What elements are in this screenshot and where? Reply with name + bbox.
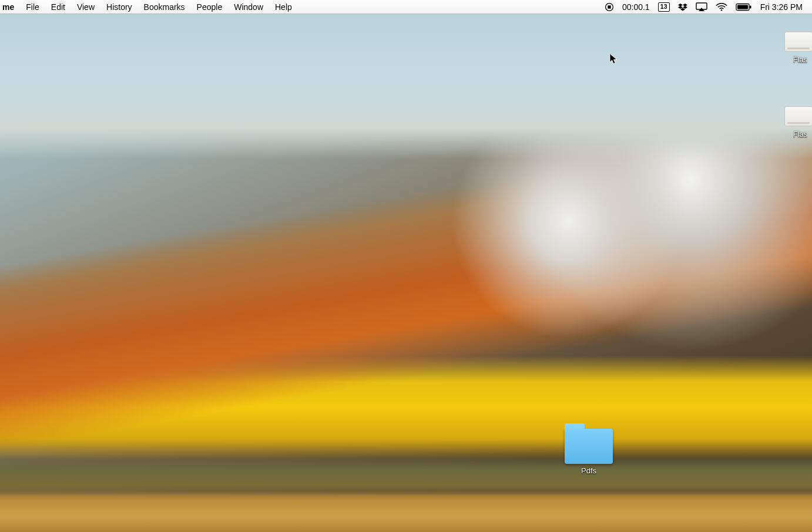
svg-rect-5	[737, 5, 748, 9]
recording-time: 00:00.1	[622, 2, 650, 12]
menu-history[interactable]: History	[100, 0, 138, 14]
battery-icon[interactable]	[736, 3, 752, 11]
folder-label: Pdfs	[581, 466, 596, 475]
svg-rect-1	[608, 5, 610, 8]
calendar-icon[interactable]: 13	[658, 2, 670, 12]
hard-drive-icon	[784, 106, 812, 126]
menu-window[interactable]: Window	[228, 0, 269, 14]
clock[interactable]: Fri 3:26 PM	[760, 2, 803, 12]
menu-help[interactable]: Help	[269, 0, 298, 14]
folder-icon	[565, 429, 613, 464]
menu-view[interactable]: View	[71, 0, 100, 14]
desktop[interactable]: Flas Flas Pdfs	[0, 14, 812, 532]
svg-point-3	[720, 9, 722, 11]
wifi-icon[interactable]	[716, 3, 727, 11]
drive-label: Flas	[793, 130, 808, 139]
menu-right: 00:00.1 13 Fri 3:26 PM	[605, 2, 812, 12]
menu-left: me File Edit View History Bookmarks Peop…	[0, 0, 298, 14]
app-menu[interactable]: me	[2, 0, 20, 14]
airplay-icon[interactable]	[696, 2, 707, 12]
menu-people[interactable]: People	[191, 0, 229, 14]
stop-record-icon[interactable]	[605, 2, 614, 12]
menu-edit[interactable]: Edit	[45, 0, 71, 14]
hard-drive-icon	[784, 32, 812, 52]
menu-bookmarks[interactable]: Bookmarks	[138, 0, 191, 14]
dropbox-icon[interactable]	[678, 2, 687, 12]
drive-item-2[interactable]: Flas	[771, 106, 812, 139]
mouse-cursor-icon	[609, 53, 619, 68]
drive-item-1[interactable]: Flas	[771, 32, 812, 64]
svg-rect-6	[750, 5, 751, 8]
drive-icon-column: Flas Flas	[771, 32, 812, 139]
menu-file[interactable]: File	[20, 0, 45, 14]
menu-bar: me File Edit View History Bookmarks Peop…	[0, 0, 812, 14]
drive-label: Flas	[793, 55, 808, 64]
folder-pdfs[interactable]: Pdfs	[559, 429, 618, 475]
